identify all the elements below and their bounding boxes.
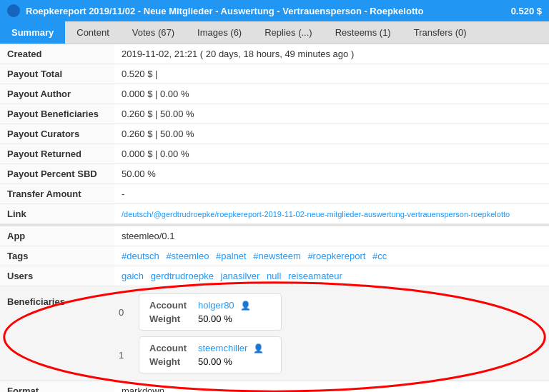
beneficiary-card-1: Account steemchiller 👤 Weight 50.00 %: [139, 336, 282, 373]
table-row: Payout Returned 0.000 $ | 0.00 %: [0, 144, 549, 164]
beneficiaries-label: Beneficiaries: [7, 293, 107, 307]
beneficiary-index-1: 1: [119, 350, 130, 361]
weight-label-0: Weight: [149, 313, 192, 324]
user-link[interactable]: gaich: [122, 271, 144, 281]
top-bar: Roepkereport 2019/11/02 - Neue Mitgliede…: [0, 0, 549, 21]
account-label-1: Account: [149, 343, 192, 353]
row-value: 0.000 $ | 0.00 %: [114, 84, 549, 104]
beneficiary-weight-1: 50.00 %: [198, 356, 232, 367]
beneficiary-weight-row-1: Weight 50.00 %: [149, 356, 271, 367]
weight-label-1: Weight: [149, 356, 192, 367]
row-value: steemleo/0.1: [114, 226, 549, 246]
beneficiary-row-0: 0 Account holger80 👤 Weight 50.00 %: [119, 293, 542, 331]
table-row: Payout Curators 0.260 $ | 50.00 %: [0, 124, 549, 144]
page-title: Roepkereport 2019/11/02 - Neue Mitgliede…: [26, 6, 424, 16]
row-value: 0.000 $ | 0.00 %: [114, 144, 549, 164]
row-value: 2019-11-02, 21:21 ( 20 days, 18 hours, 4…: [114, 44, 549, 64]
tag-item[interactable]: #deutsch: [122, 251, 159, 261]
table-row: Transfer Amount -: [0, 184, 549, 204]
users-row: Users gaich gerdtrudroepke janasilver nu…: [0, 266, 549, 286]
table-row: Payout Percent SBD 50.00 %: [0, 164, 549, 184]
post-link[interactable]: /deutsch/@gerdtrudroepke/roepkereport-20…: [122, 210, 510, 218]
row-value: 50.00 %: [114, 164, 549, 184]
row-label: Format: [0, 381, 114, 392]
tag-item[interactable]: #cc: [372, 251, 387, 261]
tags-row: Tags #deutsch #steemleo #palnet #newstee…: [0, 246, 549, 266]
link-row: Link /deutsch/@gerdtrudroepke/roepkerepo…: [0, 204, 549, 224]
user-link[interactable]: gerdtrudroepke: [151, 271, 214, 281]
tab-transfers[interactable]: Transfers (0): [402, 21, 478, 44]
beneficiary-account-0[interactable]: holger80: [198, 300, 234, 311]
row-value: 0.520 $ |: [114, 64, 549, 84]
row-label: Payout Curators: [0, 124, 114, 144]
format-table: Format markdown: [0, 381, 549, 392]
table-row: Payout Author 0.000 $ | 0.00 %: [0, 84, 549, 104]
summary-content: Created 2019-11-02, 21:21 ( 20 days, 18 …: [0, 44, 549, 392]
row-label: Payout Percent SBD: [0, 164, 114, 184]
link-value: /deutsch/@gerdtrudroepke/roepkereport-20…: [114, 204, 549, 224]
row-value: -: [114, 184, 549, 204]
users-label: Users: [0, 266, 114, 286]
table-row: Payout Beneficiaries 0.260 $ | 50.00 %: [0, 104, 549, 124]
user-link[interactable]: null: [267, 271, 281, 281]
steem-icon: [7, 4, 20, 17]
tab-resteems[interactable]: Resteems (1): [324, 21, 402, 44]
tab-replies[interactable]: Replies (...): [253, 21, 323, 44]
row-label: Payout Author: [0, 84, 114, 104]
row-label: App: [0, 226, 114, 246]
row-label: Payout Beneficiaries: [0, 104, 114, 124]
user-link[interactable]: reiseamateur: [288, 271, 342, 281]
row-label: Created: [0, 44, 114, 64]
beneficiary-row-1: 1 Account steemchiller 👤 Weight 50.00 %: [119, 336, 542, 373]
user-link[interactable]: janasilver: [221, 271, 260, 281]
row-label: Payout Total: [0, 64, 114, 84]
beneficiary-weight-row-0: Weight 50.00 %: [149, 313, 271, 324]
info-table: Created 2019-11-02, 21:21 ( 20 days, 18 …: [0, 44, 549, 286]
table-row: Created 2019-11-02, 21:21 ( 20 days, 18 …: [0, 44, 549, 64]
tag-item[interactable]: #palnet: [216, 251, 247, 261]
users-cell: gaich gerdtrudroepke janasilver null rei…: [114, 266, 549, 286]
tag-item[interactable]: #newsteem: [253, 251, 300, 261]
link-label: Link: [0, 204, 114, 224]
tab-images[interactable]: Images (6): [186, 21, 253, 44]
row-value: 0.260 $ | 50.00 %: [114, 124, 549, 144]
tag-item[interactable]: #steemleo: [166, 251, 209, 261]
table-row: Format markdown: [0, 381, 549, 392]
row-value: markdown: [114, 381, 549, 392]
payout-value: 0.520 $: [511, 6, 542, 16]
beneficiaries-cards: 0 Account holger80 👤 Weight 50.00 % 1: [119, 293, 542, 373]
user-icon-0: 👤: [240, 301, 251, 311]
beneficiary-account-row-0: Account holger80 👤: [149, 300, 271, 311]
beneficiary-account-row-1: Account steemchiller 👤: [149, 343, 271, 353]
beneficiary-index-0: 0: [119, 307, 130, 318]
user-icon-1: 👤: [253, 343, 264, 353]
tags-label: Tags: [0, 246, 114, 266]
row-value: 0.260 $ | 50.00 %: [114, 104, 549, 124]
tab-bar: Summary Content Votes (67) Images (6) Re…: [0, 21, 549, 44]
row-label: Transfer Amount: [0, 184, 114, 204]
beneficiary-account-1[interactable]: steemchiller: [198, 343, 247, 353]
row-label: Payout Returned: [0, 144, 114, 164]
beneficiary-weight-0: 50.00 %: [198, 313, 232, 324]
tab-summary[interactable]: Summary: [0, 21, 65, 44]
account-label-0: Account: [149, 300, 192, 311]
table-row: Payout Total 0.520 $ |: [0, 64, 549, 84]
tab-content[interactable]: Content: [65, 21, 121, 44]
tags-cell: #deutsch #steemleo #palnet #newsteem #ro…: [114, 246, 549, 266]
tag-item[interactable]: #roepkereport: [307, 251, 365, 261]
beneficiary-card-0: Account holger80 👤 Weight 50.00 %: [139, 293, 282, 331]
table-row: App steemleo/0.1: [0, 226, 549, 246]
tab-votes[interactable]: Votes (67): [121, 21, 186, 44]
